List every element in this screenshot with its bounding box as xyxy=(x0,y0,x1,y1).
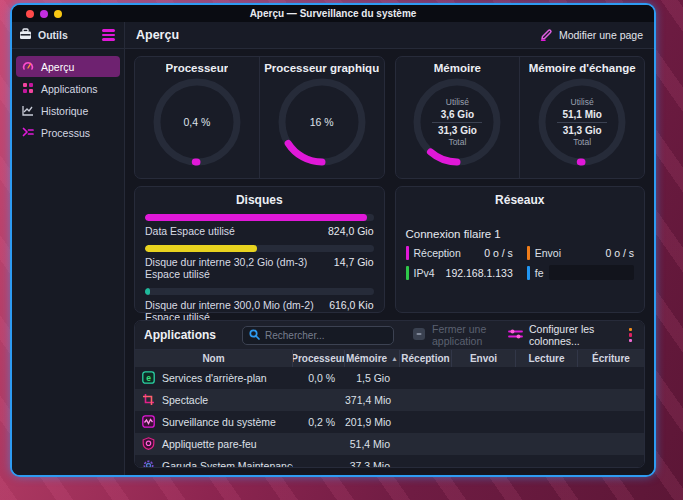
gauge-swap: Mémoire d'échange Utilisé 51,1 Mio xyxy=(519,57,644,178)
disks-title: Disques xyxy=(145,193,374,207)
sidebar-item-label: Aperçu xyxy=(41,61,74,73)
tools-label: Outils xyxy=(38,29,94,41)
ipv6-label: fe xyxy=(535,267,544,279)
gauge-value: 16 % xyxy=(310,116,334,128)
configure-columns-label: Configurer les colonnes... xyxy=(529,323,614,347)
applications-table-body: e Services d'arrière-plan 0,0 % 1,5 Gio xyxy=(135,367,644,467)
sidebar-item-applications[interactable]: Applications xyxy=(16,78,120,99)
ipv6-color-chip xyxy=(527,266,530,280)
sidebar-item-label: Applications xyxy=(41,83,98,95)
networks-title: Réseaux xyxy=(406,193,635,207)
edit-page-button[interactable]: Modifier une page xyxy=(539,28,643,43)
app-cpu: 0,0 % xyxy=(293,372,345,384)
close-application-button[interactable]: Fermer une application xyxy=(412,323,508,347)
hamburger-menu-icon[interactable] xyxy=(100,27,117,43)
network-stats-grid: Réception 0 o / s Envoi 0 o / s IPv4 xyxy=(406,246,635,280)
gauge-title: Mémoire d'échange xyxy=(529,62,636,74)
gauge-processeur: Processeur 0,4 % xyxy=(135,57,259,178)
used-value: 51,1 Mio xyxy=(562,108,601,121)
column-header-processeur[interactable]: Processeur xyxy=(293,350,345,367)
disk-item: Data Espace utilisé 824,0 Gio xyxy=(145,214,374,237)
envoi-value: 0 o / s xyxy=(566,247,634,259)
disk-usage-bar xyxy=(145,245,374,252)
column-header-ecriture[interactable]: Écriture xyxy=(578,350,644,367)
reception-label: Réception xyxy=(414,247,461,259)
applications-panel: Applications Fermer une application xyxy=(134,320,645,468)
column-header-lecture[interactable]: Lecture xyxy=(516,350,578,367)
firewall-shield-icon xyxy=(142,437,155,452)
table-row-spectacle[interactable]: Spectacle 371,4 Mio xyxy=(135,389,644,411)
column-header-memoire[interactable]: Mémoire▲ xyxy=(345,350,400,367)
envoi-label: Envoi xyxy=(535,247,561,259)
app-name: Spectacle xyxy=(162,394,208,406)
network-envoi-cell: Envoi 0 o / s xyxy=(527,246,634,260)
gauge-value: 0,4 % xyxy=(183,116,210,128)
table-row-garuda[interactable]: Garuda System Maintenance 37,3 Mio xyxy=(135,455,644,467)
app-cpu: 0,2 % xyxy=(293,416,345,428)
column-header-envoi[interactable]: Envoi xyxy=(452,350,516,367)
ipv4-color-chip xyxy=(406,266,409,280)
app-name: Appliquette pare-feu xyxy=(162,438,257,450)
page-header: Aperçu Modifier une page xyxy=(125,22,654,49)
ipv4-value: 192.168.1.133 xyxy=(440,267,513,279)
garuda-gear-icon xyxy=(142,459,155,468)
search-box[interactable] xyxy=(242,326,394,345)
gauge-title: Processeur graphique ... xyxy=(264,62,379,74)
total-label: Total xyxy=(573,137,591,148)
search-icon xyxy=(249,326,260,344)
spectacle-icon xyxy=(142,393,155,408)
window-title: Aperçu — Surveillance du système xyxy=(12,8,654,19)
table-row-parefeu[interactable]: Appliquette pare-feu 51,4 Mio xyxy=(135,433,644,455)
pencil-icon xyxy=(539,28,553,43)
column-header-nom[interactable]: Nom xyxy=(135,350,293,367)
edit-page-label: Modifier une page xyxy=(559,29,643,41)
gauge-gpu: Processeur graphique ... 16 % xyxy=(259,57,384,178)
disk-label: Data Espace utilisé xyxy=(145,225,235,237)
ipv6-value-box xyxy=(549,265,634,280)
close-application-icon xyxy=(412,327,426,343)
background-services-icon: e xyxy=(142,371,155,386)
reception-value: 0 o / s xyxy=(466,247,513,259)
envoi-color-chip xyxy=(527,246,530,260)
disk-value: 824,0 Gio xyxy=(328,225,374,237)
app-name: Surveillance du système xyxy=(162,416,276,428)
total-label: Total xyxy=(448,137,466,148)
column-header-reception[interactable]: Réception xyxy=(400,350,452,367)
applications-title: Applications xyxy=(144,328,216,342)
applications-grid-icon xyxy=(22,82,34,96)
ipv4-label: IPv4 xyxy=(414,267,435,279)
disk-item: Disque dur interne 300,0 Mio (dm-2) Espa… xyxy=(145,288,374,323)
sidebar-item-processus[interactable]: Processus xyxy=(16,122,120,143)
page-title: Aperçu xyxy=(136,28,539,42)
gauge-memoire: Mémoire Utilisé 3,6 Gio xyxy=(396,57,520,178)
sidebar: Outils Aperçu Applications xyxy=(12,22,125,475)
sidebar-nav: Aperçu Applications Historique xyxy=(12,49,124,144)
disk-item: Disque dur interne 30,2 Gio (dm-3) Espac… xyxy=(145,245,374,280)
configure-columns-button[interactable]: Configurer les colonnes... xyxy=(508,323,614,347)
overflow-menu-icon[interactable] xyxy=(626,326,636,345)
app-memory: 371,4 Mio xyxy=(345,394,400,406)
app-memory: 51,4 Mio xyxy=(345,438,400,450)
sidebar-item-historique[interactable]: Historique xyxy=(16,100,120,121)
sidebar-item-label: Processus xyxy=(41,127,90,139)
system-monitor-window: Aperçu — Surveillance du système Outils … xyxy=(10,3,656,477)
sidebar-item-apercu[interactable]: Aperçu xyxy=(16,56,120,77)
app-memory: 201,9 Mio xyxy=(345,416,400,428)
table-row-services[interactable]: e Services d'arrière-plan 0,0 % 1,5 Gio xyxy=(135,367,644,389)
total-value: 31,3 Gio xyxy=(438,124,477,137)
memory-gauges-card: Mémoire Utilisé 3,6 Gio xyxy=(395,56,646,179)
svg-text:e: e xyxy=(146,372,151,382)
history-chart-icon xyxy=(22,104,34,118)
used-value: 3,6 Gio xyxy=(441,108,474,121)
app-name: Services d'arrière-plan xyxy=(162,372,267,384)
disk-label: Disque dur interne 30,2 Gio (dm-3) Espac… xyxy=(145,256,328,280)
applications-table-header: Nom Processeur Mémoire▲ Réception Envoi … xyxy=(135,350,644,367)
search-input[interactable] xyxy=(265,330,387,341)
used-label: Utilisé xyxy=(571,97,594,108)
close-application-label: Fermer une application xyxy=(432,323,508,347)
used-label: Utilisé xyxy=(446,97,469,108)
network-ipv6-cell: fe xyxy=(527,265,634,280)
disk-usage-bar xyxy=(145,288,374,295)
table-row-surveillance[interactable]: Surveillance du système 0,2 % 201,9 Mio xyxy=(135,411,644,433)
configure-columns-icon xyxy=(508,328,523,342)
